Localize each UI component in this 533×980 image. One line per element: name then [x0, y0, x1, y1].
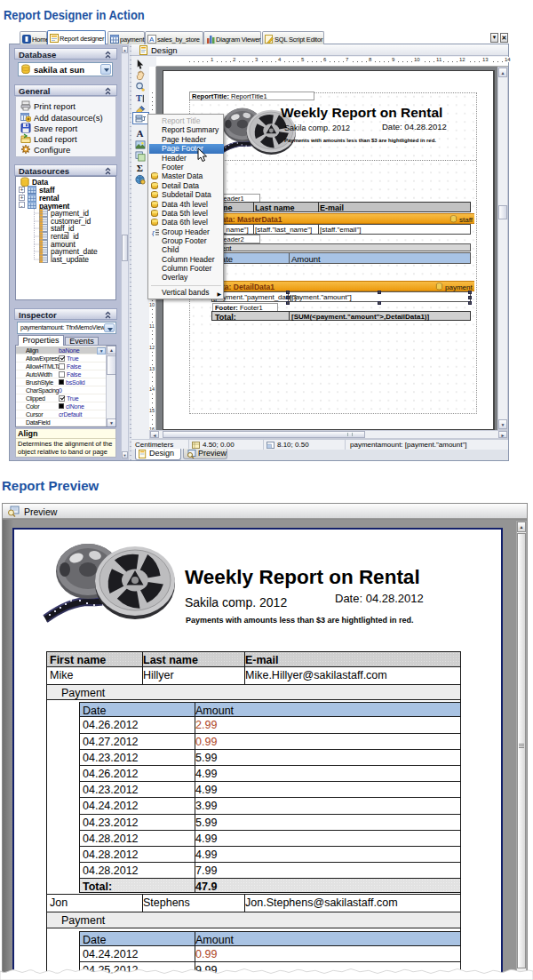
- svg-text:Σ: Σ: [137, 163, 143, 173]
- svg-text:{: {: [151, 228, 155, 236]
- svg-text:T: T: [136, 93, 142, 103]
- svg-text:A: A: [149, 36, 155, 44]
- svg-text:A: A: [136, 128, 143, 139]
